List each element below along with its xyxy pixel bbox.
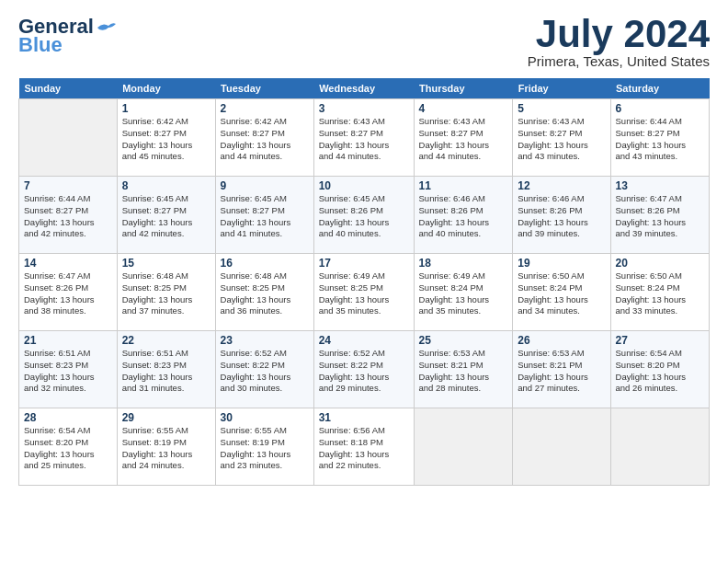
- calendar-cell-4-0: 28Sunrise: 6:54 AM Sunset: 8:20 PM Dayli…: [19, 408, 118, 486]
- calendar-cell-0-3: 3Sunrise: 6:43 AM Sunset: 8:27 PM Daylig…: [313, 99, 414, 177]
- day-info: Sunrise: 6:42 AM Sunset: 8:27 PM Dayligh…: [122, 116, 210, 163]
- day-info: Sunrise: 6:50 AM Sunset: 8:24 PM Dayligh…: [518, 270, 605, 317]
- day-info: Sunrise: 6:56 AM Sunset: 8:18 PM Dayligh…: [319, 425, 409, 472]
- calendar-cell-4-2: 30Sunrise: 6:55 AM Sunset: 8:19 PM Dayli…: [215, 408, 313, 486]
- day-info: Sunrise: 6:50 AM Sunset: 8:24 PM Dayligh…: [616, 270, 704, 317]
- header-monday: Monday: [117, 78, 215, 99]
- calendar-cell-1-6: 13Sunrise: 6:47 AM Sunset: 8:26 PM Dayli…: [610, 177, 709, 254]
- title-section: July 2024 Primera, Texas, United States: [528, 15, 710, 69]
- calendar-cell-4-6: [610, 408, 709, 486]
- calendar-cell-3-6: 27Sunrise: 6:54 AM Sunset: 8:20 PM Dayli…: [610, 331, 709, 408]
- day-number: 1: [122, 102, 210, 115]
- calendar-cell-4-1: 29Sunrise: 6:55 AM Sunset: 8:19 PM Dayli…: [117, 408, 215, 486]
- day-info: Sunrise: 6:45 AM Sunset: 8:27 PM Dayligh…: [122, 193, 210, 240]
- day-info: Sunrise: 6:54 AM Sunset: 8:20 PM Dayligh…: [24, 425, 112, 472]
- calendar-cell-4-5: [513, 408, 610, 486]
- header-wednesday: Wednesday: [313, 78, 414, 99]
- day-number: 14: [24, 257, 112, 270]
- day-number: 22: [122, 334, 210, 347]
- calendar-cell-2-1: 15Sunrise: 6:48 AM Sunset: 8:25 PM Dayli…: [117, 254, 215, 331]
- week-row-1: 7Sunrise: 6:44 AM Sunset: 8:27 PM Daylig…: [19, 177, 710, 254]
- logo-bird-icon: [96, 20, 116, 35]
- calendar-cell-0-4: 4Sunrise: 6:43 AM Sunset: 8:27 PM Daylig…: [414, 99, 513, 177]
- week-row-0: 1Sunrise: 6:42 AM Sunset: 8:27 PM Daylig…: [19, 99, 710, 177]
- calendar-cell-0-6: 6Sunrise: 6:44 AM Sunset: 8:27 PM Daylig…: [610, 99, 709, 177]
- calendar-cell-4-3: 31Sunrise: 6:56 AM Sunset: 8:18 PM Dayli…: [313, 408, 414, 486]
- week-row-4: 28Sunrise: 6:54 AM Sunset: 8:20 PM Dayli…: [19, 408, 710, 486]
- header-sunday: Sunday: [19, 78, 118, 99]
- day-number: 10: [319, 179, 409, 192]
- calendar-cell-0-1: 1Sunrise: 6:42 AM Sunset: 8:27 PM Daylig…: [117, 99, 215, 177]
- calendar-cell-2-5: 19Sunrise: 6:50 AM Sunset: 8:24 PM Dayli…: [513, 254, 610, 331]
- day-number: 26: [518, 334, 605, 347]
- day-number: 19: [518, 257, 605, 270]
- day-number: 20: [616, 257, 704, 270]
- day-number: 31: [319, 411, 409, 424]
- day-number: 30: [221, 411, 309, 424]
- calendar-cell-1-0: 7Sunrise: 6:44 AM Sunset: 8:27 PM Daylig…: [19, 177, 118, 254]
- logo-blue: Blue: [18, 33, 63, 57]
- day-number: 24: [319, 334, 409, 347]
- calendar-cell-1-3: 10Sunrise: 6:45 AM Sunset: 8:26 PM Dayli…: [313, 177, 414, 254]
- week-row-3: 21Sunrise: 6:51 AM Sunset: 8:23 PM Dayli…: [19, 331, 710, 408]
- calendar-cell-3-1: 22Sunrise: 6:51 AM Sunset: 8:23 PM Dayli…: [117, 331, 215, 408]
- header-row: Sunday Monday Tuesday Wednesday Thursday…: [19, 78, 710, 99]
- calendar-cell-3-3: 24Sunrise: 6:52 AM Sunset: 8:22 PM Dayli…: [313, 331, 414, 408]
- day-info: Sunrise: 6:46 AM Sunset: 8:26 PM Dayligh…: [419, 193, 508, 240]
- day-info: Sunrise: 6:51 AM Sunset: 8:23 PM Dayligh…: [24, 348, 112, 395]
- day-number: 29: [122, 411, 210, 424]
- day-number: 4: [419, 102, 508, 115]
- day-info: Sunrise: 6:48 AM Sunset: 8:25 PM Dayligh…: [122, 270, 210, 317]
- day-number: 3: [319, 102, 409, 115]
- day-number: 17: [319, 257, 409, 270]
- day-number: 13: [616, 179, 704, 192]
- day-info: Sunrise: 6:44 AM Sunset: 8:27 PM Dayligh…: [616, 116, 704, 163]
- day-info: Sunrise: 6:45 AM Sunset: 8:26 PM Dayligh…: [319, 193, 409, 240]
- day-info: Sunrise: 6:55 AM Sunset: 8:19 PM Dayligh…: [122, 425, 210, 472]
- day-info: Sunrise: 6:43 AM Sunset: 8:27 PM Dayligh…: [319, 116, 409, 163]
- week-row-2: 14Sunrise: 6:47 AM Sunset: 8:26 PM Dayli…: [19, 254, 710, 331]
- day-number: 2: [221, 102, 309, 115]
- calendar-cell-0-0: [19, 99, 118, 177]
- day-info: Sunrise: 6:45 AM Sunset: 8:27 PM Dayligh…: [221, 193, 309, 240]
- day-number: 7: [24, 179, 112, 192]
- calendar-cell-2-3: 17Sunrise: 6:49 AM Sunset: 8:25 PM Dayli…: [313, 254, 414, 331]
- day-number: 23: [221, 334, 309, 347]
- location-title: Primera, Texas, United States: [528, 53, 710, 69]
- calendar-cell-1-1: 8Sunrise: 6:45 AM Sunset: 8:27 PM Daylig…: [117, 177, 215, 254]
- calendar-cell-2-4: 18Sunrise: 6:49 AM Sunset: 8:24 PM Dayli…: [414, 254, 513, 331]
- logo: General Blue: [18, 15, 116, 57]
- day-info: Sunrise: 6:43 AM Sunset: 8:27 PM Dayligh…: [518, 116, 605, 163]
- day-number: 11: [419, 179, 508, 192]
- month-title: July 2024: [528, 15, 710, 53]
- day-info: Sunrise: 6:47 AM Sunset: 8:26 PM Dayligh…: [24, 270, 112, 317]
- day-info: Sunrise: 6:52 AM Sunset: 8:22 PM Dayligh…: [319, 348, 409, 395]
- day-info: Sunrise: 6:53 AM Sunset: 8:21 PM Dayligh…: [518, 348, 605, 395]
- calendar-cell-3-4: 25Sunrise: 6:53 AM Sunset: 8:21 PM Dayli…: [414, 331, 513, 408]
- calendar-cell-2-2: 16Sunrise: 6:48 AM Sunset: 8:25 PM Dayli…: [215, 254, 313, 331]
- day-info: Sunrise: 6:46 AM Sunset: 8:26 PM Dayligh…: [518, 193, 605, 240]
- calendar-cell-0-2: 2Sunrise: 6:42 AM Sunset: 8:27 PM Daylig…: [215, 99, 313, 177]
- header-saturday: Saturday: [610, 78, 709, 99]
- main-container: General Blue July 2024 Primera, Texas, U…: [0, 0, 728, 495]
- day-info: Sunrise: 6:42 AM Sunset: 8:27 PM Dayligh…: [221, 116, 309, 163]
- day-info: Sunrise: 6:48 AM Sunset: 8:25 PM Dayligh…: [221, 270, 309, 317]
- day-info: Sunrise: 6:54 AM Sunset: 8:20 PM Dayligh…: [616, 348, 704, 395]
- day-number: 5: [518, 102, 605, 115]
- day-number: 6: [616, 102, 704, 115]
- calendar-cell-3-5: 26Sunrise: 6:53 AM Sunset: 8:21 PM Dayli…: [513, 331, 610, 408]
- day-info: Sunrise: 6:47 AM Sunset: 8:26 PM Dayligh…: [616, 193, 704, 240]
- calendar-cell-0-5: 5Sunrise: 6:43 AM Sunset: 8:27 PM Daylig…: [513, 99, 610, 177]
- day-number: 15: [122, 257, 210, 270]
- day-number: 25: [419, 334, 508, 347]
- day-info: Sunrise: 6:49 AM Sunset: 8:25 PM Dayligh…: [319, 270, 409, 317]
- day-info: Sunrise: 6:51 AM Sunset: 8:23 PM Dayligh…: [122, 348, 210, 395]
- day-number: 12: [518, 179, 605, 192]
- day-info: Sunrise: 6:43 AM Sunset: 8:27 PM Dayligh…: [419, 116, 508, 163]
- day-info: Sunrise: 6:52 AM Sunset: 8:22 PM Dayligh…: [221, 348, 309, 395]
- day-info: Sunrise: 6:55 AM Sunset: 8:19 PM Dayligh…: [221, 425, 309, 472]
- calendar-cell-3-0: 21Sunrise: 6:51 AM Sunset: 8:23 PM Dayli…: [19, 331, 118, 408]
- calendar-cell-2-6: 20Sunrise: 6:50 AM Sunset: 8:24 PM Dayli…: [610, 254, 709, 331]
- day-number: 16: [221, 257, 309, 270]
- header-thursday: Thursday: [414, 78, 513, 99]
